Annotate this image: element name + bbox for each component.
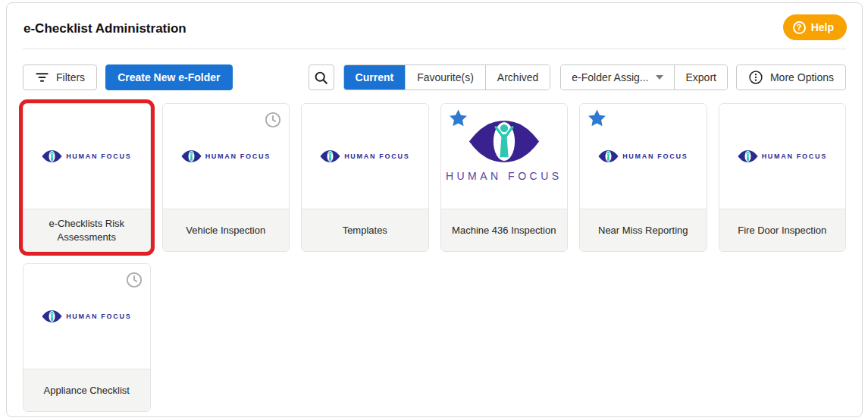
folder-assignment-dropdown-label: e-Folder Assig...	[572, 71, 648, 83]
human-focus-logo-large: HUMAN FOCUS	[446, 120, 562, 182]
star-icon	[449, 108, 468, 127]
card-label: Vehicle Inspection	[163, 209, 290, 251]
help-question-icon: ?	[793, 21, 806, 34]
card-label: Appliance Checklist	[24, 369, 150, 411]
page-title: e-Checklist Administration	[24, 21, 845, 36]
efolder-card[interactable]: HUMAN FOCUS Templates	[301, 103, 429, 252]
clock-icon	[126, 272, 143, 288]
efolder-card[interactable]: HUMAN FOCUS Vehicle Inspection	[162, 103, 290, 252]
efolder-card[interactable]: HUMAN FOCUS Fire Door Inspection	[719, 103, 847, 252]
card-label: Templates	[302, 209, 428, 251]
human-focus-wordmark: HUMAN FOCUS	[344, 152, 409, 160]
card-label: Machine 436 Inspection	[441, 209, 568, 251]
human-focus-wordmark: HUMAN FOCUS	[205, 152, 271, 160]
efolder-card[interactable]: HUMAN FOCUS e-Checklists Risk Assessment…	[23, 103, 151, 252]
card-label: Fire Door Inspection	[719, 209, 846, 251]
card-logo-area: HUMAN FOCUS	[441, 104, 568, 209]
toolbar: Filters Create New e-Folder Current Favo…	[7, 49, 862, 90]
human-focus-eye-icon	[738, 150, 758, 162]
card-logo-area: HUMAN FOCUS	[163, 104, 290, 209]
human-focus-logo-small: HUMAN FOCUS	[320, 150, 409, 162]
page-header: e-Checklist Administration ? Help	[7, 3, 862, 49]
card-grid: HUMAN FOCUS e-Checklists Risk Assessment…	[23, 103, 846, 412]
folder-assign-export-group: e-Folder Assig... Export	[560, 64, 728, 90]
human-focus-logo-small: HUMAN FOCUS	[598, 150, 688, 162]
human-focus-eye-icon	[320, 150, 340, 162]
star-icon	[588, 108, 606, 127]
card-logo-area: HUMAN FOCUS	[24, 264, 150, 369]
human-focus-wordmark: HUMAN FOCUS	[762, 152, 827, 160]
card-logo-area: HUMAN FOCUS	[580, 104, 707, 209]
folder-assignment-dropdown[interactable]: e-Folder Assig...	[561, 65, 674, 90]
create-new-efolder-button[interactable]: Create New e-Folder	[105, 64, 232, 90]
human-focus-logo-small: HUMAN FOCUS	[181, 150, 271, 162]
export-button[interactable]: Export	[674, 65, 726, 90]
filters-button[interactable]: Filters	[23, 64, 97, 90]
card-logo-area: HUMAN FOCUS	[719, 104, 846, 209]
human-focus-logo-small: HUMAN FOCUS	[42, 150, 131, 162]
human-focus-logo-small: HUMAN FOCUS	[42, 310, 131, 322]
chevron-down-icon	[656, 75, 663, 80]
human-focus-eye-icon	[42, 310, 62, 322]
more-options-icon	[748, 70, 763, 85]
human-focus-eye-icon	[181, 150, 202, 162]
human-focus-wordmark: HUMAN FOCUS	[622, 152, 688, 160]
human-focus-eye-icon	[598, 150, 619, 162]
help-button[interactable]: ? Help	[783, 14, 847, 40]
filters-button-label: Filters	[56, 71, 85, 83]
efolder-card[interactable]: HUMAN FOCUS Appliance Checklist	[23, 263, 151, 412]
human-focus-eye-icon	[468, 120, 540, 163]
more-options-button[interactable]: More Options	[736, 64, 846, 90]
human-focus-eye-icon	[42, 150, 62, 162]
efolder-card[interactable]: HUMAN FOCUS Machine 436 Inspection	[440, 103, 569, 252]
human-focus-wordmark: HUMAN FOCUS	[66, 313, 131, 320]
search-icon	[314, 71, 328, 85]
card-label: e-Checklists Risk Assessments	[24, 209, 150, 251]
clock-icon	[265, 112, 281, 128]
search-button[interactable]	[309, 64, 334, 90]
human-focus-logo-small: HUMAN FOCUS	[738, 150, 827, 162]
help-button-label: Help	[811, 21, 834, 33]
view-tab-group: Current Favourite(s) Archived	[343, 64, 551, 90]
card-label: Near Miss Reporting	[580, 209, 707, 251]
card-logo-area: HUMAN FOCUS	[302, 104, 428, 209]
tab-favourite-s-[interactable]: Favourite(s)	[406, 65, 486, 90]
efolder-card[interactable]: HUMAN FOCUS Near Miss Reporting	[579, 103, 707, 252]
card-logo-area: HUMAN FOCUS	[24, 104, 150, 209]
main-panel: e-Checklist Administration ? Help Filter…	[6, 2, 863, 417]
more-options-label: More Options	[770, 71, 834, 83]
tab-current[interactable]: Current	[344, 65, 406, 90]
filter-icon	[35, 71, 49, 83]
tab-archived[interactable]: Archived	[486, 65, 550, 90]
human-focus-wordmark: HUMAN FOCUS	[66, 152, 131, 160]
human-focus-wordmark: HUMAN FOCUS	[446, 170, 562, 182]
